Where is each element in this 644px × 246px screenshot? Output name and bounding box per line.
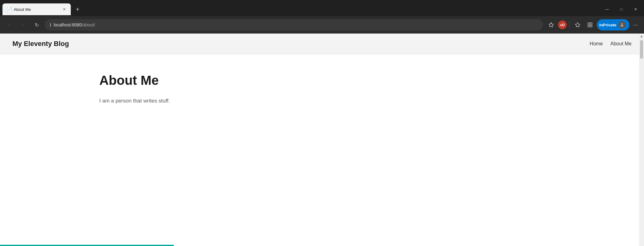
toolbar-right: uD InPrivate	[546, 19, 640, 30]
site-nav: Home About Me	[590, 41, 632, 47]
scrollbar[interactable]: ▲ ▼	[639, 34, 644, 246]
page-title: About Me	[99, 73, 545, 88]
nav-about-link[interactable]: About Me	[610, 41, 632, 47]
scroll-up-arrow[interactable]: ▲	[640, 34, 643, 39]
url-text: localhost:8080/about/	[54, 22, 95, 27]
url-host: localhost:8080	[54, 22, 82, 27]
ublock-label: uD	[560, 23, 565, 27]
svg-rect-4	[588, 25, 589, 27]
tab-title: About Me	[14, 7, 59, 12]
inprivate-label: InPrivate	[599, 23, 616, 27]
refresh-button[interactable]: ↻	[31, 19, 42, 30]
address-bar: ← → ↻ ℹ localhost:8080/about/ uD	[0, 16, 644, 34]
add-to-favorites-button[interactable]	[546, 19, 557, 30]
tab-icon: 📄	[6, 7, 11, 12]
forward-button[interactable]: →	[17, 19, 29, 30]
browser-window: 📄 About Me ✕ + — □ ✕ ← → ↻ ℹ localhost:8…	[0, 0, 644, 246]
nav-home-link[interactable]: Home	[590, 41, 603, 47]
ublock-button[interactable]: uD	[558, 20, 567, 29]
window-controls: — □ ✕	[600, 4, 644, 15]
new-tab-button[interactable]: +	[72, 4, 83, 15]
bottom-progress-bar	[0, 245, 174, 246]
site-main: About Me I am a person that writes stuff…	[0, 54, 644, 124]
active-tab[interactable]: 📄 About Me ✕	[2, 3, 71, 15]
toolbar-divider	[569, 21, 570, 29]
favorites-button[interactable]	[572, 19, 583, 30]
site-header: My Eleventy Blog Home About Me	[0, 34, 644, 54]
svg-point-6	[621, 23, 623, 25]
url-path: /about/	[82, 22, 95, 27]
back-button[interactable]: ←	[4, 19, 15, 30]
info-icon: ℹ	[50, 22, 51, 27]
minimize-button[interactable]: —	[600, 4, 614, 15]
url-bar[interactable]: ℹ localhost:8080/about/	[45, 19, 543, 30]
scrollbar-thumb[interactable]	[640, 40, 643, 59]
tab-close-button[interactable]: ✕	[61, 7, 67, 12]
more-button[interactable]: ···	[631, 20, 640, 30]
browser-body: My Eleventy Blog Home About Me About Me …	[0, 34, 644, 246]
close-button[interactable]: ✕	[628, 4, 643, 15]
svg-rect-2	[588, 23, 589, 24]
website-content: My Eleventy Blog Home About Me About Me …	[0, 34, 644, 246]
svg-rect-3	[591, 23, 592, 24]
tab-bar: 📄 About Me ✕ + — □ ✕	[0, 0, 644, 16]
collections-button[interactable]	[584, 19, 596, 30]
avatar	[618, 21, 626, 29]
page-content: I am a person that writes stuff.	[99, 97, 545, 105]
inprivate-button[interactable]: InPrivate	[597, 19, 629, 30]
svg-rect-5	[591, 25, 592, 27]
site-title: My Eleventy Blog	[12, 40, 69, 48]
maximize-button[interactable]: □	[614, 4, 628, 15]
